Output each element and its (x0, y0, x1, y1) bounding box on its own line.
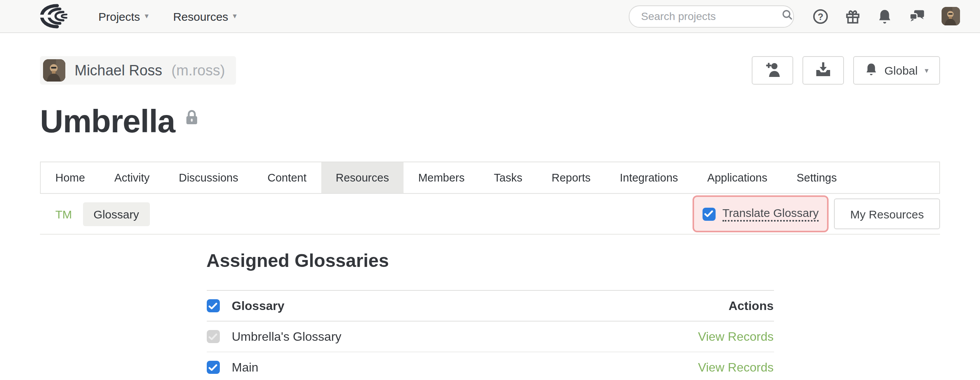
bell-icon (864, 62, 877, 78)
chevron-down-icon: ▾ (925, 67, 929, 74)
translate-glossary-link[interactable]: Translate Glossary (723, 207, 819, 222)
top-navigation-bar: Projects ▾ Resources ▾ ? (0, 0, 980, 33)
glossaries-table: Glossary Actions Umbrella's Glossary Vie… (206, 290, 774, 380)
tab-home[interactable]: Home (41, 163, 100, 193)
tab-content[interactable]: Content (253, 163, 321, 193)
global-notifications-button[interactable]: Global ▾ (853, 56, 940, 85)
tab-members[interactable]: Members (404, 163, 479, 193)
view-records-link[interactable]: View Records (698, 361, 774, 375)
project-tabs: Home Activity Discussions Content Resour… (40, 162, 940, 194)
svg-text:?: ? (818, 11, 824, 22)
search-input[interactable] (639, 9, 782, 23)
table-row: Umbrella's Glossary View Records (206, 322, 774, 353)
page-title: Umbrella (40, 103, 175, 140)
tab-discussions[interactable]: Discussions (164, 163, 253, 193)
tab-resources[interactable]: Resources (321, 163, 404, 193)
row-checkbox[interactable] (206, 361, 219, 374)
tab-tasks[interactable]: Tasks (479, 163, 537, 193)
gift-icon[interactable] (845, 8, 861, 24)
bell-icon[interactable] (877, 8, 892, 24)
row-checkbox-disabled (206, 330, 219, 343)
my-resources-button[interactable]: My Resources (834, 199, 940, 230)
owner-name: Michael Ross (75, 62, 162, 79)
invite-member-button[interactable] (751, 56, 793, 85)
download-button[interactable] (802, 56, 844, 85)
translate-glossary-highlight: Translate Glossary (693, 196, 829, 233)
search-icon (782, 9, 793, 23)
projects-menu-label: Projects (98, 10, 140, 23)
chevron-down-icon: ▾ (145, 12, 148, 20)
private-lock-icon (184, 109, 199, 128)
resources-menu-label: Resources (173, 10, 228, 23)
user-avatar[interactable] (942, 7, 960, 25)
search-box[interactable] (629, 5, 794, 27)
projects-menu[interactable]: Projects ▾ (98, 10, 148, 23)
section-heading: Assigned Glossaries (206, 250, 774, 272)
brand-logo-icon[interactable] (38, 3, 74, 29)
glossary-name: Umbrella's Glossary (232, 330, 341, 344)
tab-reports[interactable]: Reports (537, 163, 605, 193)
subnav-item-tm[interactable]: TM (55, 208, 72, 221)
global-button-label: Global (884, 64, 918, 77)
help-icon[interactable]: ? (812, 8, 829, 24)
chevron-down-icon: ▾ (233, 12, 237, 20)
owner-username: (m.ross) (171, 62, 225, 79)
tab-applications[interactable]: Applications (693, 163, 782, 193)
owner-avatar (43, 59, 65, 82)
resources-menu[interactable]: Resources ▾ (173, 10, 236, 23)
translate-glossary-checkbox[interactable] (703, 208, 716, 221)
tab-integrations[interactable]: Integrations (605, 163, 693, 193)
download-tray-icon (814, 61, 832, 80)
glossary-name: Main (232, 361, 258, 375)
name-column-header: Glossary (232, 299, 284, 313)
subnav-item-glossary[interactable]: Glossary (83, 202, 149, 226)
project-owner-chip[interactable]: Michael Ross (m.ross) (40, 56, 236, 85)
table-row: Main View Records (206, 353, 774, 380)
tab-settings[interactable]: Settings (782, 163, 852, 193)
actions-column-header: Actions (729, 299, 774, 313)
select-all-checkbox[interactable] (206, 300, 219, 313)
add-user-icon (763, 61, 781, 80)
messages-icon[interactable] (909, 8, 925, 24)
view-records-link[interactable]: View Records (698, 330, 774, 344)
resources-subnav: TM Glossary Translate Glossary My Resour… (40, 194, 940, 235)
table-header-row: Glossary Actions (206, 291, 774, 322)
tab-activity[interactable]: Activity (100, 163, 164, 193)
